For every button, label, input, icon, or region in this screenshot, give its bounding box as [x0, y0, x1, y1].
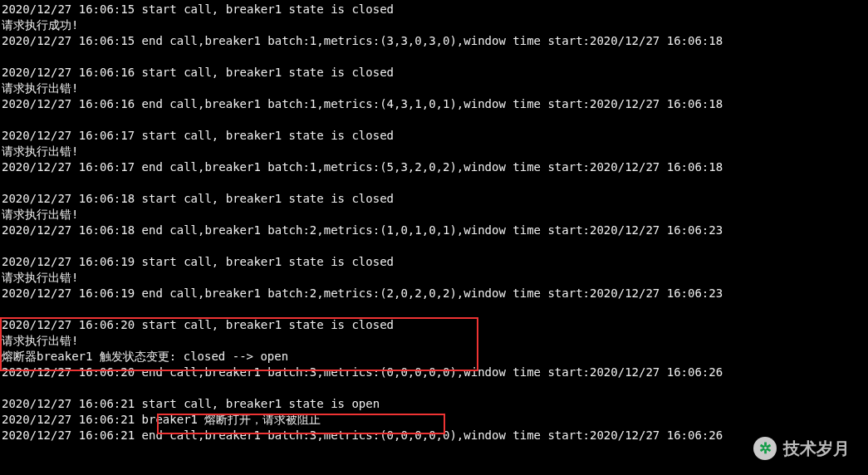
log-line	[2, 49, 868, 65]
log-line: 请求执行出错!	[2, 144, 868, 159]
log-line: 2020/12/27 16:06:21 breaker1 熔断打开，请求被阻止	[2, 412, 868, 428]
log-line: 请求执行出错!	[2, 81, 868, 96]
log-line: 2020/12/27 16:06:19 start call, breaker1…	[2, 254, 868, 270]
log-line: 请求执行出错!	[2, 270, 868, 286]
log-line	[2, 238, 868, 254]
watermark: ✲ 技术岁月	[753, 437, 850, 460]
wechat-icon: ✲	[753, 437, 777, 460]
log-line: 2020/12/27 16:06:21 end call,breaker1 ba…	[2, 428, 868, 443]
log-line: 2020/12/27 16:06:15 end call,breaker1 ba…	[2, 33, 868, 49]
log-line: 2020/12/27 16:06:20 end call,breaker1 ba…	[2, 365, 868, 380]
log-line	[2, 380, 868, 396]
log-line: 2020/12/27 16:06:20 start call, breaker1…	[2, 317, 868, 333]
log-line: 2020/12/27 16:06:16 end call,breaker1 ba…	[2, 96, 868, 112]
log-line: 请求执行出错!	[2, 333, 868, 349]
log-line: 请求执行成功!	[2, 17, 868, 33]
log-line: 2020/12/27 16:06:16 start call, breaker1…	[2, 65, 868, 81]
log-line: 2020/12/27 16:06:18 start call, breaker1…	[2, 191, 868, 207]
log-line	[2, 301, 868, 317]
log-line: 2020/12/27 16:06:17 end call,breaker1 ba…	[2, 159, 868, 175]
log-line: 2020/12/27 16:06:17 start call, breaker1…	[2, 128, 868, 144]
log-line: 2020/12/27 16:06:18 end call,breaker1 ba…	[2, 223, 868, 238]
log-line	[2, 175, 868, 191]
log-line: 请求执行出错!	[2, 207, 868, 223]
watermark-text: 技术岁月	[783, 441, 850, 457]
terminal-output: 2020/12/27 16:06:15 start call, breaker1…	[0, 0, 868, 443]
log-line	[2, 112, 868, 128]
log-line: 2020/12/27 16:06:19 end call,breaker1 ba…	[2, 286, 868, 301]
log-line: 熔断器breaker1 触发状态变更: closed --> open	[2, 349, 868, 365]
log-line: 2020/12/27 16:06:15 start call, breaker1…	[2, 2, 868, 17]
log-line: 2020/12/27 16:06:21 start call, breaker1…	[2, 396, 868, 412]
